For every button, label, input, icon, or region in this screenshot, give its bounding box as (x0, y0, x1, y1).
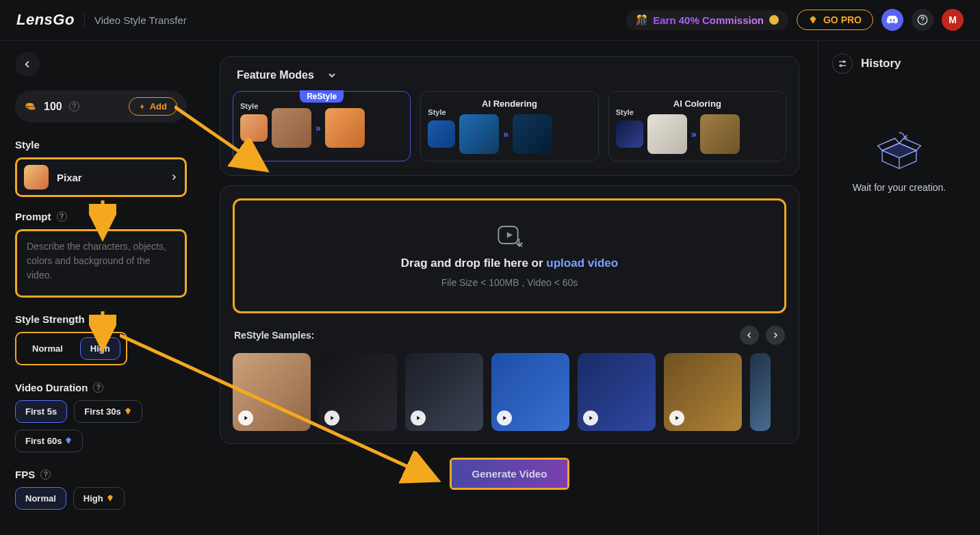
sample-item[interactable] (491, 353, 569, 431)
bolt-icon (139, 103, 146, 111)
mode-imgs: Style » (616, 114, 779, 154)
mode-src-thumb (459, 114, 499, 154)
strength-label: Style Strength (15, 313, 187, 325)
style-label: Style (240, 102, 258, 110)
empty-state-text: Wait for your creation. (853, 182, 946, 193)
duration-5s[interactable]: First 5s (15, 400, 67, 423)
generate-video-button[interactable]: Generate Video (452, 460, 568, 488)
fps-label: FPS ? (15, 469, 187, 480)
feature-modes-title: Feature Modes (237, 69, 314, 81)
feature-modes-header[interactable]: Feature Modes (233, 69, 786, 81)
dz-text-before: Drag and drop file here or (401, 257, 547, 270)
sample-item[interactable] (578, 353, 656, 431)
style-selector[interactable]: Pixar (15, 157, 187, 197)
diamond-icon (64, 436, 73, 445)
add-credits-button[interactable]: Add (129, 97, 177, 116)
diamond-icon (808, 15, 818, 25)
sample-item[interactable] (319, 353, 397, 431)
app-header: LensGo Video Style Transfer 🎊 Earn 40% C… (0, 0, 980, 41)
help-icon[interactable]: ? (69, 101, 79, 112)
rightbar: History Wait for your creation. (817, 41, 980, 535)
prompt-label: Prompt ? (15, 211, 187, 222)
discord-button[interactable] (881, 9, 903, 31)
diamond-icon (124, 407, 132, 415)
logo[interactable]: LensGo (16, 11, 75, 29)
chevron-right-icon (170, 173, 178, 181)
content: 100 ? Add Style Pixar Prompt ? Style Str… (0, 41, 980, 535)
duration-label: Video Duration ? (15, 382, 187, 393)
samples-next-button[interactable] (766, 326, 785, 345)
commission-pill[interactable]: 🎊 Earn 40% Commission (626, 10, 788, 30)
sidebar: 100 ? Add Style Pixar Prompt ? Style Str… (0, 41, 202, 535)
strength-normal[interactable]: Normal (22, 337, 73, 360)
mode-dst-thumb (513, 114, 552, 154)
mode-dst-thumb (700, 114, 740, 154)
play-icon (669, 410, 684, 426)
help-icon (916, 14, 929, 26)
back-button[interactable] (15, 52, 40, 77)
discord-icon (886, 15, 899, 25)
sample-item[interactable] (405, 353, 483, 431)
mode-imgs: Style » (240, 108, 403, 148)
credits-row: 100 ? Add (15, 90, 187, 122)
arrow-icon: » (503, 129, 508, 140)
sample-item[interactable] (233, 353, 311, 431)
style-label: Style (616, 108, 634, 116)
history-settings-button[interactable] (832, 53, 853, 74)
main: Feature Modes ReStyle Style » AI Renderi… (202, 41, 817, 535)
mode-badge: ReStyle (300, 90, 344, 103)
samples-row (233, 353, 786, 431)
go-pro-button[interactable]: GO PRO (797, 10, 873, 30)
confetti-icon: 🎊 (636, 14, 647, 25)
sliders-icon (838, 59, 847, 68)
strength-high[interactable]: High (80, 337, 120, 360)
upload-video-link[interactable]: upload video (546, 257, 618, 270)
mode-restyle[interactable]: ReStyle Style » (233, 91, 411, 161)
modes-row: ReStyle Style » AI Rendering Style » (233, 91, 786, 161)
fps-label-text: FPS (15, 469, 35, 480)
mode-ai-coloring[interactable]: AI Coloring Style » (608, 91, 786, 161)
help-icon[interactable]: ? (93, 382, 103, 393)
empty-box-icon (875, 129, 924, 172)
upload-dropzone[interactable]: Drag and drop file here or upload video … (233, 198, 786, 313)
svg-point-7 (843, 61, 844, 62)
credits-value: 100 (44, 101, 62, 113)
mode-dst-thumb (325, 108, 365, 148)
strength-options: Normal High (15, 332, 127, 365)
duration-30s[interactable]: First 30s (74, 400, 142, 423)
go-pro-label: GO PRO (823, 14, 862, 25)
svg-point-3 (28, 106, 36, 109)
help-icon[interactable]: ? (57, 211, 67, 222)
play-icon (497, 410, 512, 426)
fps-high[interactable]: High (73, 487, 125, 510)
prompt-input[interactable] (15, 229, 187, 298)
arrow-icon: » (691, 129, 697, 140)
samples-prev-button[interactable] (740, 326, 759, 345)
header-right: 🎊 Earn 40% Commission GO PRO M (626, 9, 964, 31)
mode-ai-rendering[interactable]: AI Rendering Style » (420, 91, 598, 161)
help-icon[interactable]: ? (40, 469, 51, 480)
history-title: History (861, 57, 901, 70)
chevron-left-icon (23, 60, 32, 69)
duration-options: First 5s First 30s First 60s (15, 400, 187, 452)
history-header: History (832, 53, 966, 74)
sample-item[interactable] (664, 353, 742, 431)
prompt-label-text: Prompt (15, 211, 51, 222)
chevron-down-icon (326, 70, 337, 81)
help-button[interactable] (912, 9, 933, 31)
divider (84, 12, 85, 27)
arrow-icon: » (315, 122, 321, 133)
style-label: Style (428, 108, 446, 116)
sample-item[interactable] (750, 353, 771, 431)
svg-point-1 (922, 22, 923, 23)
svg-point-8 (840, 65, 842, 66)
mode-imgs: Style » (428, 114, 591, 154)
avatar[interactable]: M (942, 9, 964, 31)
duration-60s[interactable]: First 60s (15, 430, 83, 452)
fps-normal[interactable]: Normal (15, 487, 66, 510)
duration-60s-label: First 60s (25, 436, 62, 446)
chevron-left-icon (745, 331, 753, 339)
feature-modes-card: Feature Modes ReStyle Style » AI Renderi… (220, 56, 799, 176)
mode-style-thumb: Style (240, 114, 268, 142)
generate-frame: Generate Video (450, 458, 570, 490)
